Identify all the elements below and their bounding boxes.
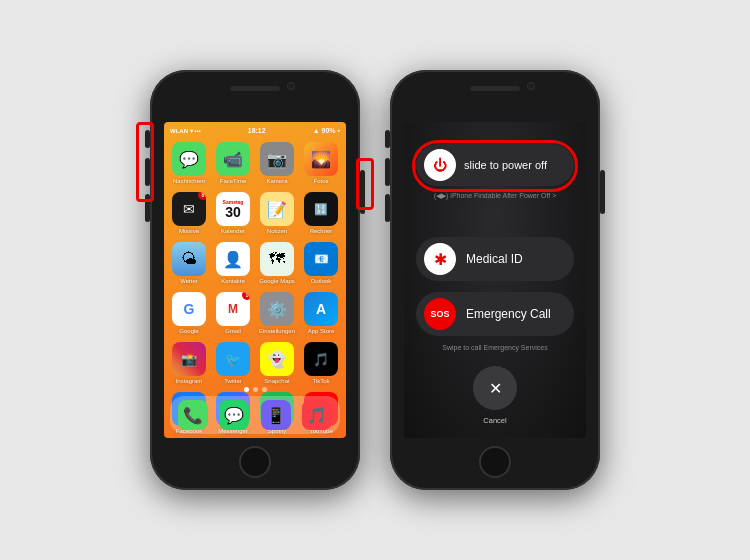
telefon-icon: 📞 [183,406,203,425]
app-kamera-label: Kamera [266,178,287,184]
kamera-icon: 📷 [267,150,287,169]
battery: ▲ 90% ▪ [313,127,340,134]
status-time: 18:12 [248,127,266,134]
app-kontakte[interactable]: 👤 Kontakte [214,242,252,284]
google-icon: G [184,301,195,317]
phone-2: ⏻ slide to power off (◀▶) iPhone Findabl… [390,70,600,490]
medical-id-label: Medical ID [466,252,523,266]
wetter-icon: 🌤 [181,250,197,268]
volume-down-button[interactable] [145,194,150,222]
status-right: ▲ 90% ▪ [313,127,340,134]
emergency-call-button[interactable]: SOS Emergency Call [416,292,574,336]
app-grid-row4: G Google M 1 Gmail ⚙️ Einstellungen [164,288,346,338]
instagram-icon: 📸 [181,352,197,367]
cancel-x-icon: ✕ [489,379,502,398]
dock-whatsapp[interactable]: 💬 [216,400,254,430]
gmail-icon: M [228,302,238,316]
app-kalender[interactable]: Samstag 30 Kalender [214,192,252,234]
app-google[interactable]: G Google [170,292,208,334]
app-kamera[interactable]: 📷 Kamera [258,142,296,184]
app-instagram-label: Instagram [176,378,203,384]
app-snapchat[interactable]: 👻 Snapchat [258,342,296,384]
findable-text: (◀▶) iPhone Findable After Power Off > [404,192,586,200]
wifi-signal: WLAN ▾ ▪▪▪ [170,127,201,134]
app-gmail[interactable]: M 1 Gmail [214,292,252,334]
volume-down-button-2[interactable] [385,194,390,222]
app-facetime[interactable]: 📹 FaceTime [214,142,252,184]
screen-1: WLAN ▾ ▪▪▪ 18:12 ▲ 90% ▪ 💬 Nachrichten [164,122,346,438]
app-wetter-label: Wetter [180,278,198,284]
appstore-icon: A [316,301,326,317]
medical-id-button[interactable]: ✱ Medical ID [416,237,574,281]
kalender-day: 30 [225,205,241,219]
home-button-2[interactable] [479,446,511,478]
sos-icon: SOS [430,309,449,319]
home-screen: WLAN ▾ ▪▪▪ 18:12 ▲ 90% ▪ 💬 Nachrichten [164,122,346,438]
kontakte-icon: 👤 [223,250,243,269]
page-dots [164,387,346,392]
app-einstellungen[interactable]: ⚙️ Einstellungen [258,292,296,334]
snapchat-icon: 👻 [267,350,287,369]
page-dot-3 [262,387,267,392]
app-notizen[interactable]: 📝 Notizen [258,192,296,234]
outlook-icon: 📧 [314,252,329,266]
app-instagram[interactable]: 📸 Instagram [170,342,208,384]
volume-up-button-2[interactable] [385,158,390,186]
gmail-badge: 1 [242,292,250,300]
app-einstellungen-label: Einstellungen [259,328,295,334]
app-twitter-label: Twitter [224,378,242,384]
app-grid-row2: ✉ 8 Missive Samstag 30 Kalender 📝 [164,188,346,238]
camera [287,82,295,90]
app-nachrichten[interactable]: 💬 Nachrichten [170,142,208,184]
volume-up-button[interactable] [145,158,150,186]
app-maps[interactable]: 🗺 Google Maps [258,242,296,284]
dock-musik[interactable]: 🎵 [299,400,337,430]
rechner-icon: 🔢 [314,203,328,216]
missive-badge: 8 [198,192,206,200]
app-fotos[interactable]: 🌄 Fotos [302,142,340,184]
app-outlook[interactable]: 📧 Outlook [302,242,340,284]
app-nachrichten-label: Nachrichten [173,178,205,184]
fotos-icon: 🌄 [311,150,331,169]
slide-power-off-button[interactable]: ⏻ slide to power off [416,144,574,186]
app-notizen-label: Notizen [267,228,287,234]
viber-icon: 📱 [266,406,286,425]
app-maps-label: Google Maps [259,278,295,284]
app-kalender-label: Kalender [221,228,245,234]
app-appstore[interactable]: A App Store [302,292,340,334]
power-button-2[interactable] [600,170,605,214]
emergency-call-label: Emergency Call [466,307,551,321]
medical-icon: ✱ [434,250,447,269]
facetime-icon: 📹 [223,150,243,169]
screen-2: ⏻ slide to power off (◀▶) iPhone Findabl… [404,122,586,438]
app-rechner[interactable]: 🔢 Rechner [302,192,340,234]
missive-icon: ✉ [183,201,195,217]
dock: 📞 💬 📱 🎵 [170,396,340,434]
speaker [230,86,280,91]
app-appstore-label: App Store [308,328,335,334]
dock-viber[interactable]: 📱 [257,400,295,430]
app-kontakte-label: Kontakte [221,278,245,284]
app-missive[interactable]: ✉ 8 Missive [170,192,208,234]
power-icon: ⏻ [433,157,447,173]
power-button[interactable] [360,170,365,214]
dock-telefon[interactable]: 📞 [174,400,212,430]
cancel-button[interactable]: ✕ [473,366,517,410]
app-wetter[interactable]: 🌤 Wetter [170,242,208,284]
mute-button-2[interactable] [385,130,390,148]
twitter-icon: 🐦 [225,352,241,367]
swipe-hint: Swipe to call Emergency Services [404,344,586,351]
power-screen: ⏻ slide to power off (◀▶) iPhone Findabl… [404,122,586,438]
status-bar: WLAN ▾ ▪▪▪ 18:12 ▲ 90% ▪ [164,122,346,138]
speaker-2 [470,86,520,91]
app-grid-row1: 💬 Nachrichten 📹 FaceTime 📷 Kamera [164,138,346,188]
mute-button[interactable] [145,130,150,148]
app-google-label: Google [179,328,198,334]
app-snapchat-label: Snapchat [264,378,289,384]
app-tiktok[interactable]: 🎵 TikTok [302,342,340,384]
app-twitter[interactable]: 🐦 Twitter [214,342,252,384]
app-rechner-label: Rechner [310,228,333,234]
home-button[interactable] [239,446,271,478]
app-grid-row5: 📸 Instagram 🐦 Twitter 👻 Snapchat [164,338,346,388]
slide-power-off-label: slide to power off [464,159,547,171]
